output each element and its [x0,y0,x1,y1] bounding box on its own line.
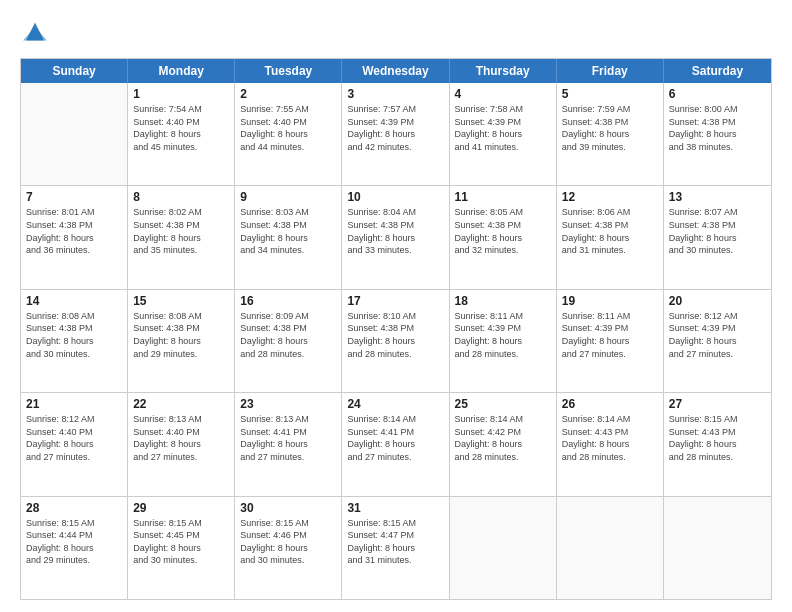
cell-line: Daylight: 8 hours [455,232,551,245]
cell-line: Sunrise: 8:09 AM [240,310,336,323]
cell-line: and 31 minutes. [562,244,658,257]
calendar-body: 1Sunrise: 7:54 AMSunset: 4:40 PMDaylight… [21,83,771,599]
cell-line: and 28 minutes. [455,451,551,464]
logo-icon [20,18,50,48]
cell-line: and 28 minutes. [669,451,766,464]
cell-line: Daylight: 8 hours [347,335,443,348]
cell-line: Sunrise: 8:11 AM [562,310,658,323]
day-number: 15 [133,294,229,308]
day-cell-9: 9Sunrise: 8:03 AMSunset: 4:38 PMDaylight… [235,186,342,288]
week-2: 7Sunrise: 8:01 AMSunset: 4:38 PMDaylight… [21,186,771,289]
cell-line: Sunset: 4:38 PM [26,322,122,335]
day-number: 7 [26,190,122,204]
cell-line: and 30 minutes. [26,348,122,361]
cell-line: Daylight: 8 hours [240,128,336,141]
day-number: 13 [669,190,766,204]
cell-line: Daylight: 8 hours [240,232,336,245]
week-4: 21Sunrise: 8:12 AMSunset: 4:40 PMDayligh… [21,393,771,496]
day-cell-30: 30Sunrise: 8:15 AMSunset: 4:46 PMDayligh… [235,497,342,599]
day-number: 22 [133,397,229,411]
cell-line: and 27 minutes. [347,451,443,464]
calendar: SundayMondayTuesdayWednesdayThursdayFrid… [20,58,772,600]
cell-line: Sunrise: 8:15 AM [26,517,122,530]
cell-line: and 30 minutes. [240,554,336,567]
day-number: 28 [26,501,122,515]
cell-line: Daylight: 8 hours [133,438,229,451]
cell-line: Daylight: 8 hours [240,438,336,451]
day-number: 18 [455,294,551,308]
cell-line: Sunset: 4:47 PM [347,529,443,542]
cell-line: Sunset: 4:44 PM [26,529,122,542]
day-cell-6: 6Sunrise: 8:00 AMSunset: 4:38 PMDaylight… [664,83,771,185]
day-cell-28: 28Sunrise: 8:15 AMSunset: 4:44 PMDayligh… [21,497,128,599]
day-cell-14: 14Sunrise: 8:08 AMSunset: 4:38 PMDayligh… [21,290,128,392]
cell-line: and 29 minutes. [133,348,229,361]
cell-line: Sunrise: 8:14 AM [347,413,443,426]
cell-line: and 38 minutes. [669,141,766,154]
day-header-saturday: Saturday [664,59,771,83]
cell-line: Sunset: 4:39 PM [347,116,443,129]
cell-line: and 45 minutes. [133,141,229,154]
cell-line: Sunrise: 8:14 AM [562,413,658,426]
day-number: 11 [455,190,551,204]
cell-line: Sunset: 4:41 PM [240,426,336,439]
cell-line: Sunrise: 8:06 AM [562,206,658,219]
cell-line: Sunset: 4:40 PM [26,426,122,439]
day-header-wednesday: Wednesday [342,59,449,83]
cell-line: Sunrise: 8:12 AM [26,413,122,426]
cell-line: Sunrise: 8:13 AM [133,413,229,426]
cell-line: Sunrise: 8:01 AM [26,206,122,219]
cell-line: and 42 minutes. [347,141,443,154]
cell-line: Sunset: 4:38 PM [240,219,336,232]
day-number: 14 [26,294,122,308]
day-number: 5 [562,87,658,101]
day-cell-23: 23Sunrise: 8:13 AMSunset: 4:41 PMDayligh… [235,393,342,495]
cell-line: Sunset: 4:45 PM [133,529,229,542]
cell-line: and 30 minutes. [669,244,766,257]
cell-line: Daylight: 8 hours [347,438,443,451]
cell-line: Sunset: 4:40 PM [240,116,336,129]
day-cell-24: 24Sunrise: 8:14 AMSunset: 4:41 PMDayligh… [342,393,449,495]
cell-line: Daylight: 8 hours [562,335,658,348]
cell-line: Sunset: 4:38 PM [347,322,443,335]
day-number: 30 [240,501,336,515]
day-number: 12 [562,190,658,204]
cell-line: Sunrise: 8:03 AM [240,206,336,219]
cell-line: Daylight: 8 hours [133,128,229,141]
cell-line: Sunset: 4:46 PM [240,529,336,542]
cell-line: Daylight: 8 hours [455,335,551,348]
cell-line: and 36 minutes. [26,244,122,257]
day-number: 2 [240,87,336,101]
cell-line: Sunset: 4:38 PM [26,219,122,232]
week-1: 1Sunrise: 7:54 AMSunset: 4:40 PMDaylight… [21,83,771,186]
day-cell-4: 4Sunrise: 7:58 AMSunset: 4:39 PMDaylight… [450,83,557,185]
cell-line: and 41 minutes. [455,141,551,154]
day-number: 19 [562,294,658,308]
cell-line: Sunset: 4:39 PM [455,322,551,335]
day-number: 27 [669,397,766,411]
cell-line: Daylight: 8 hours [133,335,229,348]
cell-line: and 35 minutes. [133,244,229,257]
cell-line: and 33 minutes. [347,244,443,257]
cell-line: Sunrise: 8:14 AM [455,413,551,426]
cell-line: Sunset: 4:39 PM [562,322,658,335]
empty-cell [664,497,771,599]
cell-line: Sunrise: 8:10 AM [347,310,443,323]
cell-line: Sunrise: 8:04 AM [347,206,443,219]
cell-line: Sunrise: 8:15 AM [669,413,766,426]
day-cell-3: 3Sunrise: 7:57 AMSunset: 4:39 PMDaylight… [342,83,449,185]
day-header-tuesday: Tuesday [235,59,342,83]
cell-line: Sunset: 4:39 PM [455,116,551,129]
cell-line: Sunrise: 7:54 AM [133,103,229,116]
cell-line: Daylight: 8 hours [669,232,766,245]
cell-line: Daylight: 8 hours [562,128,658,141]
day-number: 29 [133,501,229,515]
day-number: 9 [240,190,336,204]
empty-cell [557,497,664,599]
cell-line: and 27 minutes. [26,451,122,464]
cell-line: Sunset: 4:38 PM [133,219,229,232]
cell-line: Sunset: 4:43 PM [669,426,766,439]
day-header-friday: Friday [557,59,664,83]
day-cell-31: 31Sunrise: 8:15 AMSunset: 4:47 PMDayligh… [342,497,449,599]
cell-line: Sunset: 4:41 PM [347,426,443,439]
